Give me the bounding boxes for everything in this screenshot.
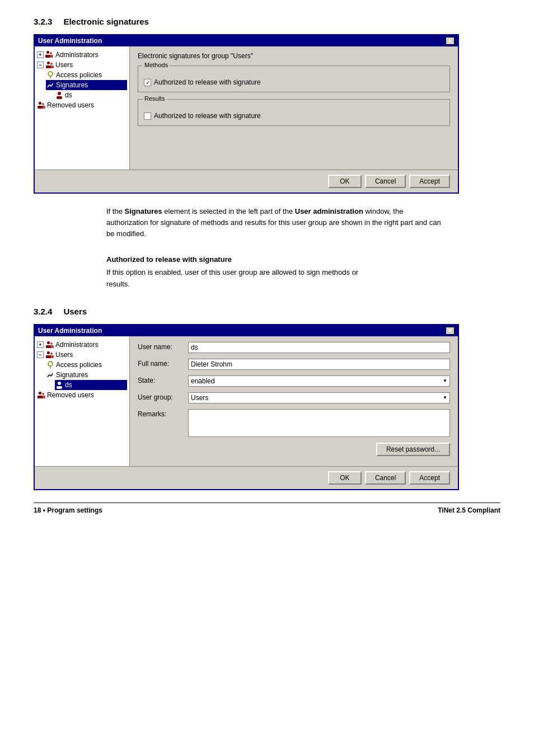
state-select-arrow: ▼ [443,378,447,383]
reset-password-button[interactable]: Reset password... [376,443,450,456]
methods-checkbox-label: Authorized to release with signature [154,78,261,86]
section-323-description: If the Signatures element is selected in… [106,206,442,240]
results-group-box: Results Authorized to release with signa… [138,99,450,126]
svg-rect-5 [46,65,51,68]
tree-label-removed-users: Removed users [47,101,94,109]
state-select[interactable]: enabled ▼ [188,375,450,387]
methods-checkbox-row[interactable]: Authorized to release with signature [144,78,444,86]
svg-rect-4 [47,62,50,64]
tree-label-administrators: Administrators [55,51,99,59]
results-checkbox-row[interactable]: Authorized to release with signature [144,112,444,120]
svg-rect-28 [39,392,41,395]
svg-rect-2 [50,52,52,54]
full-name-input[interactable]: Dieter Strohm [188,359,450,370]
user-icon [55,91,64,100]
tree-item-users-2[interactable]: − Users [37,350,127,360]
tree-label-administrators-2: Administrators [55,341,99,349]
ok-button-sig[interactable]: OK [328,175,362,188]
cancel-button-users[interactable]: Cancel [365,471,406,485]
user-name-row: User name: ds [138,342,450,353]
section-323-sub-heading-wrapper: Authorized to release with signature [106,255,500,264]
svg-rect-20 [47,351,50,354]
dialog-users-close-button[interactable]: × [446,327,455,335]
user-name-input[interactable]: ds [188,342,450,353]
svg-rect-0 [46,51,49,54]
tree-label-access-policies-2: Access policies [56,361,102,369]
signature-icon [46,81,55,90]
tree-item-signatures-2[interactable]: Signatures [46,370,127,380]
svg-rect-29 [38,396,43,398]
methods-legend: Methods [143,62,170,68]
policy-icon-2 [46,360,55,369]
expand-users-2[interactable]: − [37,351,44,358]
svg-rect-6 [50,63,53,65]
full-name-field: Dieter Strohm [188,359,450,370]
svg-rect-22 [50,353,53,355]
expand-administrators[interactable]: + [37,51,44,58]
user-name-field: ds [188,342,450,353]
footer-left-text: 18 • Program settings [34,506,102,514]
dialog-signatures-title: User Administration [38,37,102,45]
svg-point-10 [58,92,61,95]
dialog-users-footer: OK Cancel Accept [35,466,458,489]
tree-item-removed-users[interactable]: Removed users [37,100,127,110]
section-324-heading: 3.2.4 Users [34,307,500,316]
tree-item-removed-users-2[interactable]: Removed users [37,390,127,400]
tree-item-ds[interactable]: ds [55,90,127,100]
expand-users[interactable]: − [37,62,44,68]
user-group-field: Users ▼ [188,392,450,403]
section-323-desc-main: If the Signatures element is selected in… [106,206,442,240]
accept-button-sig[interactable]: Accept [409,175,450,188]
dialog-signatures: User Administration × + [34,34,459,194]
tree-item-administrators-2[interactable]: + Administrators [37,340,127,350]
svg-rect-1 [45,55,50,58]
results-legend: Results [143,95,167,102]
svg-rect-15 [42,106,45,109]
dialog-users: User Administration × + [34,324,459,490]
user-name-label: User name: [138,342,188,351]
content-panel-signatures: Electronic signatures for group "Users" … [130,46,458,170]
remarks-row: Remarks: [138,409,450,437]
svg-rect-18 [50,342,53,345]
user-group-icon [45,50,54,59]
results-checkbox[interactable] [144,112,151,120]
cancel-button-sig[interactable]: Cancel [365,175,406,188]
state-label: State: [138,375,188,384]
tree-label-access-policies: Access policies [56,71,102,79]
signature-icon-2 [46,370,55,379]
tree-label-ds: ds [65,91,72,99]
ok-button-users[interactable]: OK [328,471,362,485]
expand-administrators-2[interactable]: + [37,341,44,348]
remarks-textarea[interactable] [188,409,450,437]
user-group-select[interactable]: Users ▼ [188,392,450,403]
policy-icon [46,71,55,79]
tree-item-signatures[interactable]: Signatures [46,80,127,90]
svg-point-26 [58,382,61,385]
footer-right-text: TiNet 2.5 Compliant [438,506,500,514]
removed-user-icon-2 [37,391,46,400]
results-checkbox-label: Authorized to release with signature [154,112,261,120]
tree-item-users[interactable]: − Users [37,60,127,70]
user-group-row: User group: Users ▼ [138,392,450,403]
svg-rect-23 [50,355,54,358]
remarks-field [188,409,450,437]
dialog-signatures-footer: OK Cancel Accept [35,170,458,192]
tree-item-access-policies[interactable]: Access policies [46,70,127,80]
tree-item-administrators[interactable]: + Administrators [37,50,127,60]
tree-panel-users: + Administrators − [35,336,130,466]
svg-rect-27 [57,386,62,389]
svg-rect-21 [46,355,51,358]
reset-password-row: Reset password... [138,443,450,456]
tree-item-access-policies-2[interactable]: Access policies [46,360,127,370]
methods-group-box: Methods Authorized to release with signa… [138,65,450,92]
state-field: enabled ▼ [188,375,450,387]
tree-label-signatures-2: Signatures [56,371,88,379]
accept-button-users[interactable]: Accept [409,471,450,485]
svg-rect-14 [42,103,44,105]
dialog-close-button[interactable]: × [446,37,455,45]
dialog-signatures-body: + Administrators − [35,46,458,170]
svg-rect-31 [42,396,45,398]
methods-checkbox[interactable] [144,79,151,86]
dialog-users-titlebar: User Administration × [35,325,458,336]
tree-item-ds-2[interactable]: ds [55,380,127,390]
